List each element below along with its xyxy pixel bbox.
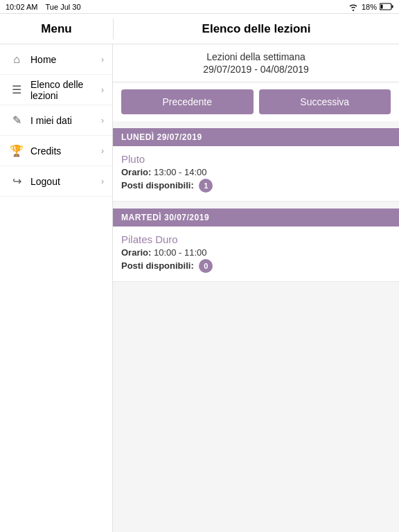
battery-text: 18% xyxy=(362,3,377,11)
sidebar-item-elenco[interactable]: ☰ Elenco delle lezioni › xyxy=(0,75,112,105)
wifi-icon xyxy=(348,3,359,11)
sidebar-label-credits: Credits xyxy=(30,145,101,157)
sidebar-label-elenco: Elenco delle lezioni xyxy=(30,79,101,101)
sidebar-item-home[interactable]: ⌂ Home › xyxy=(0,44,112,75)
lesson-posti: Posti disponibili: 0 xyxy=(121,259,391,273)
main-content: Lezioni della settimana 29/07/2019 - 04/… xyxy=(113,44,399,532)
sidebar-label-logout: Logout xyxy=(30,176,101,187)
lesson-orario: Orario: 10:00 - 11:00 xyxy=(121,247,391,258)
sidebar-item-logout[interactable]: ↪ Logout › xyxy=(0,166,112,197)
prev-button[interactable]: Precedente xyxy=(121,89,254,114)
svg-rect-2 xyxy=(381,5,383,9)
nav-buttons: Precedente Successiva xyxy=(113,82,399,121)
sidebar-icon-elenco: ☰ xyxy=(8,82,25,98)
sidebar-icon-miei-dati: ✎ xyxy=(8,112,25,129)
day-header-1: MARTEDÌ 30/07/2019 xyxy=(113,209,399,227)
days-container: LUNEDÌ 29/07/2019 Pluto Orario: 13:00 - … xyxy=(113,128,399,282)
lesson-name: Pilates Duro xyxy=(121,233,391,245)
sidebar-icon-logout: ↪ xyxy=(8,173,25,190)
layout: ⌂ Home › ☰ Elenco delle lezioni › ✎ I mi… xyxy=(0,44,399,532)
day-header-0: LUNEDÌ 29/07/2019 xyxy=(113,128,399,146)
sidebar-item-miei-dati[interactable]: ✎ I miei dati › xyxy=(0,105,112,136)
lesson-orario: Orario: 13:00 - 14:00 xyxy=(121,167,391,177)
sidebar-label-home: Home xyxy=(30,54,101,65)
status-bar: 10:02 AM Tue Jul 30 18% xyxy=(0,0,399,14)
chevron-icon: › xyxy=(101,116,104,125)
lesson-name: Pluto xyxy=(121,153,391,165)
week-dates: 29/07/2019 - 04/08/2019 xyxy=(113,64,399,75)
sidebar-label-miei-dati: I miei dati xyxy=(30,115,101,126)
chevron-icon: › xyxy=(101,55,104,64)
sidebar-item-credits[interactable]: 🏆 Credits › xyxy=(0,136,112,166)
week-header: Lezioni della settimana 29/07/2019 - 04/… xyxy=(113,44,399,82)
lesson-posti: Posti disponibili: 1 xyxy=(121,179,391,193)
status-icons: 18% xyxy=(348,3,393,11)
day-section-0: LUNEDÌ 29/07/2019 Pluto Orario: 13:00 - … xyxy=(113,128,399,202)
posti-badge: 0 xyxy=(199,259,213,273)
posti-badge: 1 xyxy=(199,179,213,193)
main-title: Elenco delle lezioni xyxy=(114,22,399,36)
sidebar-title: Menu xyxy=(0,22,113,36)
chevron-icon: › xyxy=(101,146,104,156)
chevron-icon: › xyxy=(101,177,104,186)
lesson-item-0-0[interactable]: Pluto Orario: 13:00 - 14:00 Posti dispon… xyxy=(113,146,399,202)
sidebar-icon-home: ⌂ xyxy=(8,51,25,68)
svg-rect-1 xyxy=(392,6,393,8)
status-time-date: 10:02 AM Tue Jul 30 xyxy=(6,3,81,11)
day-section-1: MARTEDÌ 30/07/2019 Pilates Duro Orario: … xyxy=(113,209,399,282)
lesson-item-1-0[interactable]: Pilates Duro Orario: 10:00 - 11:00 Posti… xyxy=(113,227,399,282)
battery-icon xyxy=(380,3,393,10)
sidebar: ⌂ Home › ☰ Elenco delle lezioni › ✎ I mi… xyxy=(0,44,113,532)
next-button[interactable]: Successiva xyxy=(259,89,391,114)
sidebar-icon-credits: 🏆 xyxy=(8,143,25,159)
chevron-icon: › xyxy=(101,85,104,95)
title-bar: Menu Elenco delle lezioni xyxy=(0,14,399,44)
week-title: Lezioni della settimana xyxy=(113,51,399,62)
